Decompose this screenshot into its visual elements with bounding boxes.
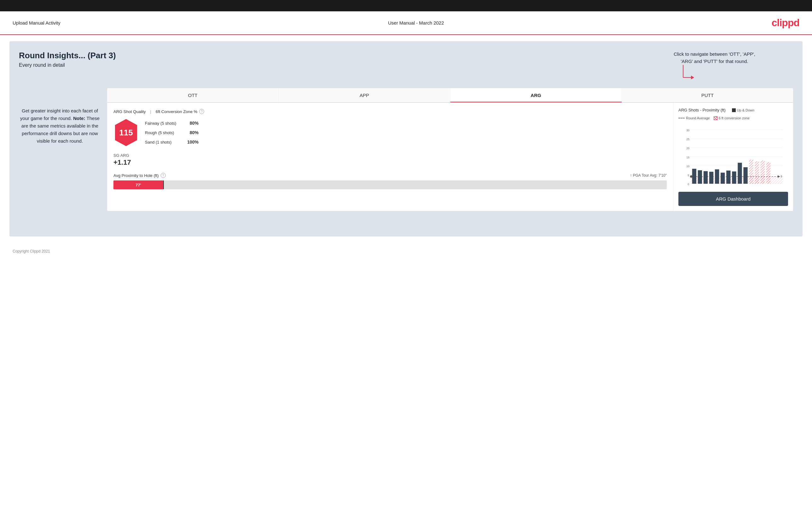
pga-avg-label: ↑ PGA Tour Avg: 7'10" <box>630 173 667 178</box>
proximity-help-icon[interactable]: ? <box>161 173 166 178</box>
hex-score-value: 115 <box>119 128 133 137</box>
page-title: Round Insights... (Part 3) <box>19 51 116 60</box>
svg-text:25: 25 <box>686 137 690 141</box>
sg-value: +1.17 <box>113 158 667 167</box>
svg-text:10: 10 <box>686 165 690 168</box>
chart-title: ARG Shots - Proximity (ft) <box>678 108 726 112</box>
panel-container: Get greater insight into each facet of y… <box>19 88 793 211</box>
shot-quality-list: Fairway (5 shots) 80% Rough (5 shots) <box>145 120 199 145</box>
page-subtitle: Every round in detail <box>19 62 116 68</box>
svg-text:20: 20 <box>686 147 690 150</box>
bar-8 <box>732 171 736 184</box>
legend-roundavg: Round Average <box>678 116 710 120</box>
annotation-arrow-icon <box>674 65 699 84</box>
proximity-bar: 77' <box>113 180 667 189</box>
legend-updown: Up & Down <box>732 108 755 112</box>
legend-updown-icon <box>732 108 736 112</box>
shot-row-fairway: Fairway (5 shots) 80% <box>145 120 199 126</box>
tab-ott[interactable]: OTT <box>107 88 279 102</box>
bar-10 <box>743 167 747 184</box>
legend-roundavg-label: Round Average <box>686 116 710 120</box>
svg-text:5: 5 <box>688 174 689 177</box>
hexagon: 115 <box>113 118 139 147</box>
annotation-text: Click to navigate between 'OTT', 'APP','… <box>674 51 755 65</box>
conversion-label: 6ft Conversion Zone % <box>156 109 197 114</box>
proximity-label-group: Avg Proximity to Hole (ft) ? <box>113 173 166 178</box>
shot-label-rough: Rough (5 shots) <box>145 130 180 135</box>
bar-1 <box>692 169 696 184</box>
shot-label-sand: Sand (1 shots) <box>145 140 180 145</box>
footer: Copyright Clippd 2021 <box>0 243 812 260</box>
shot-row-rough: Rough (5 shots) 80% <box>145 130 199 135</box>
bar-4 <box>709 172 713 184</box>
svg-marker-2 <box>691 75 694 79</box>
svg-text:0: 0 <box>688 183 689 186</box>
svg-text:15: 15 <box>686 156 690 159</box>
card-right-panel: ARG Shots - Proximity (ft) Up & Down Rou… <box>673 103 793 211</box>
bar-14-hatch <box>766 162 770 184</box>
note-label: Note: <box>73 116 85 121</box>
sg-section: SG ARG +1.17 <box>113 153 667 167</box>
help-icon[interactable]: ? <box>199 109 204 114</box>
shot-quality-label: ARG Shot Quality <box>113 109 146 114</box>
shot-quality-header: ARG Shot Quality | 6ft Conversion Zone %… <box>113 109 667 114</box>
bar-12-hatch <box>755 161 759 184</box>
chart-header: ARG Shots - Proximity (ft) Up & Down Rou… <box>678 108 788 120</box>
clippd-logo: clippd <box>772 17 799 29</box>
legend-hatch-icon <box>714 116 717 120</box>
card-body: ARG Shot Quality | 6ft Conversion Zone %… <box>107 103 793 211</box>
tab-app[interactable]: APP <box>279 88 451 102</box>
proximity-chart: 0 5 10 15 20 25 30 <box>678 124 788 187</box>
proximity-bar-fill: 77' <box>113 180 163 189</box>
bar-5 <box>715 169 719 184</box>
legend-dashed-icon <box>678 118 685 118</box>
proximity-label: Avg Proximity to Hole (ft) <box>113 173 159 178</box>
chart-area: 0 5 10 15 20 25 30 <box>678 124 788 188</box>
cursor-line <box>163 180 164 189</box>
legend-6ft-label: 6 ft conversion zone <box>719 116 750 120</box>
proximity-value: 77' <box>136 183 141 187</box>
bar-3 <box>704 171 708 184</box>
shot-row-sand: Sand (1 shots) 100% <box>145 139 199 145</box>
bar-9 <box>738 163 742 184</box>
round-avg-dot <box>690 175 693 178</box>
upload-label[interactable]: Upload Manual Activity <box>13 20 60 25</box>
sg-label: SG ARG <box>113 153 667 158</box>
main-content: Round Insights... (Part 3) Every round i… <box>9 41 803 236</box>
pct-sand: 100% <box>186 139 199 145</box>
proximity-header: Avg Proximity to Hole (ft) ? ↑ PGA Tour … <box>113 173 667 178</box>
round-avg-value: 8 <box>780 175 782 178</box>
hex-score-section: 115 Fairway (5 shots) 80% <box>113 118 667 147</box>
bar-7 <box>726 171 730 184</box>
tab-putt[interactable]: PUTT <box>622 88 794 102</box>
bar-2 <box>698 170 702 184</box>
doc-title: User Manual - March 2022 <box>388 20 444 25</box>
legend-updown-label: Up & Down <box>737 108 755 112</box>
legend-6ft: 6 ft conversion zone <box>714 116 750 120</box>
pct-rough: 80% <box>186 130 199 135</box>
bar-13-hatch <box>761 160 765 184</box>
description-text: Get greater insight into each facet of y… <box>20 108 100 144</box>
bar-6 <box>721 173 725 184</box>
card-left-panel: ARG Shot Quality | 6ft Conversion Zone %… <box>107 103 673 211</box>
copyright-text: Copyright Clippd 2021 <box>13 249 50 253</box>
tabs-container: OTT APP ARG PUTT <box>107 88 793 103</box>
proximity-section: Avg Proximity to Hole (ft) ? ↑ PGA Tour … <box>113 173 667 189</box>
tab-arg[interactable]: ARG <box>450 88 622 102</box>
shot-label-fairway: Fairway (5 shots) <box>145 121 180 126</box>
annotation-area: Click to navigate between 'OTT', 'APP','… <box>674 51 793 85</box>
left-description: Get greater insight into each facet of y… <box>19 88 101 211</box>
main-card: OTT APP ARG PUTT ARG Shot Quality | 6ft … <box>107 88 793 211</box>
arg-dashboard-button[interactable]: ARG Dashboard <box>678 192 788 206</box>
svg-text:30: 30 <box>686 129 690 132</box>
pct-fairway: 80% <box>186 121 199 126</box>
bar-11-hatch <box>749 160 753 184</box>
top-bar <box>0 0 812 11</box>
header: Upload Manual Activity User Manual - Mar… <box>0 11 812 35</box>
